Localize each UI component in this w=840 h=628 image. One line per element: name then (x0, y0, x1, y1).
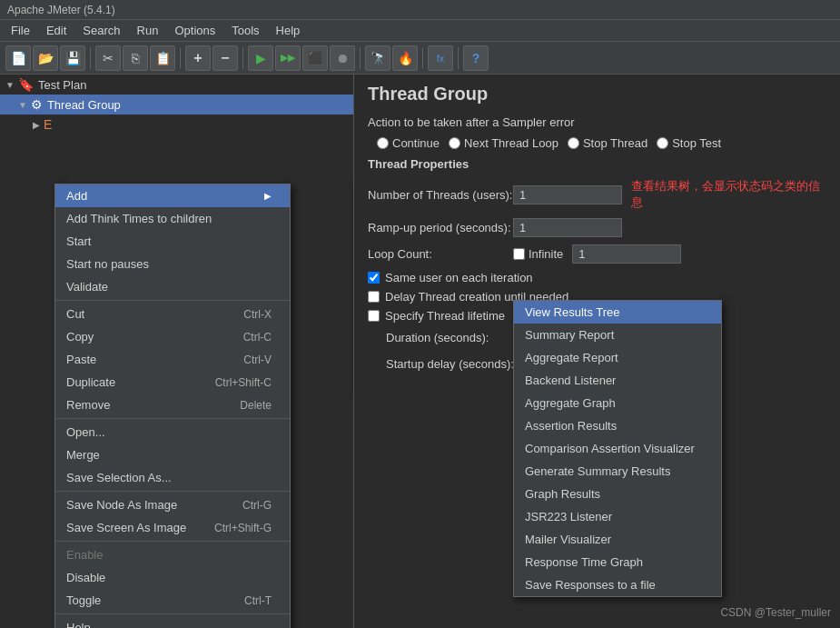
arrow-e: ▶ (33, 120, 40, 130)
shutdown-button[interactable]: ⏺ (330, 45, 355, 71)
cut-button[interactable]: ✂ (95, 45, 121, 71)
listener-assertion-results[interactable]: Assertion Results (514, 414, 721, 437)
ctx-start-label: Start (66, 234, 91, 248)
start-button[interactable]: ▶ (248, 45, 273, 71)
flame-button[interactable]: 🔥 (392, 45, 418, 71)
listener-generate-summary[interactable]: Generate Summary Results (514, 460, 721, 483)
infinite-checkbox[interactable] (513, 248, 525, 260)
ctx-toggle-shortcut: Ctrl-T (244, 594, 272, 607)
num-threads-hint: 查看结果树，会显示状态码之类的信息 (631, 178, 826, 211)
ctx-validate-label: Validate (66, 280, 108, 294)
listener-summary-report[interactable]: Summary Report (514, 324, 721, 346)
ctx-sep5 (55, 613, 290, 614)
ctx-save-selection-label: Save Selection As... (66, 471, 172, 484)
listener-response-time-graph-label: Response Time Graph (525, 555, 643, 569)
ctx-sep2 (55, 418, 290, 419)
ctx-add-label: Add (66, 189, 87, 203)
ctx-add-think-times-label: Add Think Times to children (66, 212, 212, 225)
radio-continue[interactable]: Continue (377, 136, 440, 150)
binoculars-button[interactable]: 🔭 (365, 45, 390, 71)
ctx-start-no-pauses[interactable]: Start no pauses (55, 253, 290, 275)
ctx-cut[interactable]: Cut Ctrl-X (55, 303, 290, 325)
same-user-checkbox[interactable] (368, 272, 380, 284)
listener-jsr223[interactable]: JSR223 Listener (514, 505, 721, 528)
copy-button[interactable]: ⎘ (123, 45, 148, 71)
ctx-duplicate[interactable]: Duplicate Ctrl+Shift-C (55, 371, 290, 394)
radio-next-thread[interactable]: Next Thread Loop (449, 136, 558, 150)
listener-comparison-assertion-label: Comparison Assertion Visualizer (525, 442, 695, 455)
menu-search[interactable]: Search (75, 22, 127, 39)
title-text: Apache JMeter (5.4.1) (7, 4, 115, 16)
listener-view-results-tree[interactable]: View Results Tree (514, 301, 721, 324)
collapse-button[interactable]: − (212, 45, 238, 71)
ctx-disable[interactable]: Disable (55, 566, 290, 589)
ctx-toggle[interactable]: Toggle Ctrl-T (55, 589, 290, 612)
tree-item-testplan[interactable]: ▼ 🔖 Test Plan (0, 75, 353, 95)
listener-aggregate-graph[interactable]: Aggregate Graph (514, 392, 721, 414)
tree-item-threadgroup[interactable]: ▼ ⚙ Thread Group (0, 95, 353, 115)
ctx-save-screen-image[interactable]: Save Screen As Image Ctrl+Shift-G (55, 516, 290, 539)
listener-summary-report-label: Summary Report (525, 328, 614, 342)
left-panel: ▼ 🔖 Test Plan ▼ ⚙ Thread Group ▶ E Add ▶… (0, 75, 354, 628)
stop-button[interactable]: ⬛ (302, 45, 328, 71)
ctx-save-screen-image-label: Save Screen As Image (66, 521, 186, 534)
ctx-merge[interactable]: Merge (55, 444, 290, 466)
listener-view-results-tree-label: View Results Tree (525, 305, 620, 319)
help-icon-button[interactable]: ? (463, 45, 489, 71)
ctx-add[interactable]: Add ▶ (55, 184, 290, 207)
delay-startup-checkbox[interactable] (368, 291, 380, 303)
ctx-open[interactable]: Open... (55, 421, 290, 444)
menu-options[interactable]: Options (167, 22, 222, 39)
menu-run[interactable]: Run (130, 22, 166, 39)
listener-mailer[interactable]: Mailer Visualizer (514, 528, 721, 551)
listener-graph-results[interactable]: Graph Results (514, 483, 721, 505)
sep6 (458, 47, 459, 69)
title-bar: Apache JMeter (5.4.1) (0, 0, 840, 20)
ctx-validate[interactable]: Validate (55, 275, 290, 298)
ctx-save-node-image-shortcut: Ctrl-G (242, 499, 272, 512)
radio-stop-test[interactable]: Stop Test (657, 136, 721, 150)
radio-continue-input[interactable] (377, 137, 389, 149)
menu-edit[interactable]: Edit (39, 22, 74, 39)
listener-save-responses[interactable]: Save Responses to a file (514, 573, 721, 596)
ctx-add-think-times[interactable]: Add Think Times to children (55, 207, 290, 230)
listener-comparison-assertion[interactable]: Comparison Assertion Visualizer (514, 437, 721, 460)
radio-stop-test-input[interactable] (657, 137, 668, 149)
ctx-merge-label: Merge (66, 448, 100, 462)
start-no-pause-button[interactable]: ▶▶ (275, 45, 301, 71)
radio-stop-test-label: Stop Test (672, 136, 721, 150)
menu-file[interactable]: File (4, 22, 37, 39)
radio-next-thread-label: Next Thread Loop (464, 136, 558, 150)
num-threads-label: Number of Threads (users): (368, 188, 513, 202)
ctx-help[interactable]: Help (55, 616, 290, 628)
menu-tools[interactable]: Tools (224, 22, 266, 39)
ctx-remove[interactable]: Remove Delete (55, 394, 290, 416)
function-button[interactable]: fx (428, 45, 453, 71)
ctx-save-node-image[interactable]: Save Node As Image Ctrl-G (55, 493, 290, 516)
open-button[interactable]: 📂 (33, 45, 58, 71)
paste-button[interactable]: 📋 (150, 45, 175, 71)
ctx-start[interactable]: Start (55, 230, 290, 253)
radio-next-thread-input[interactable] (449, 137, 460, 149)
expand-button[interactable]: + (185, 45, 211, 71)
new-button[interactable]: 📄 (5, 45, 31, 71)
ctx-save-selection[interactable]: Save Selection As... (55, 466, 290, 489)
listener-response-time-graph[interactable]: Response Time Graph (514, 551, 721, 573)
sep5 (422, 47, 423, 69)
ctx-paste[interactable]: Paste Ctrl-V (55, 348, 290, 371)
listener-backend-listener[interactable]: Backend Listener (514, 369, 721, 392)
action-row: Action to be taken after a Sampler error (368, 115, 826, 129)
radio-stop-thread-input[interactable] (568, 137, 579, 149)
ramp-up-input[interactable] (513, 218, 622, 237)
specify-lifetime-checkbox[interactable] (368, 310, 380, 322)
ctx-copy[interactable]: Copy Ctrl-C (55, 325, 290, 348)
num-threads-input[interactable] (513, 185, 622, 204)
menu-help[interactable]: Help (269, 22, 308, 39)
listener-aggregate-report[interactable]: Aggregate Report (514, 346, 721, 369)
ramp-up-label: Ramp-up period (seconds): (368, 221, 513, 234)
listener-assertion-results-label: Assertion Results (525, 419, 617, 433)
save-button[interactable]: 💾 (60, 45, 85, 71)
radio-stop-thread[interactable]: Stop Thread (568, 136, 647, 150)
tree-item-e[interactable]: ▶ E (0, 115, 353, 135)
loop-count-input[interactable] (572, 244, 681, 264)
